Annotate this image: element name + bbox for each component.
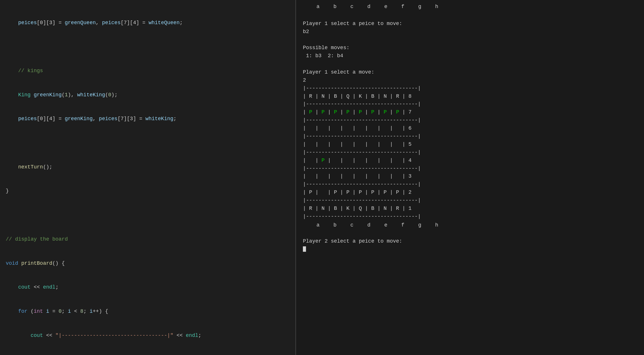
code-line-6 (6, 139, 290, 147)
board-row-5: | | | | | | | | | 5 (303, 141, 637, 149)
code-line-8: } (6, 187, 290, 195)
code-line-5: peices[0][4] = greenKing, peices[7][3] =… (6, 115, 290, 123)
code-line-14: cout << "|------------------------------… (6, 332, 290, 340)
board-sep-4-3: |------------------------------------| (303, 165, 637, 173)
code-line-10: // display the board (6, 235, 290, 243)
player1-prompt: Player 1 select a peice to move: (303, 20, 637, 28)
board-sep-3-2: |------------------------------------| (303, 181, 637, 189)
board-row-6: | | | | | | | | | 6 (303, 124, 637, 133)
board-row-4: | | P | | | | | | | 4 (303, 157, 637, 165)
code-editor: peices[0][3] = greenQueen, peices[7][4] … (0, 0, 295, 355)
board-sep-5-4: |------------------------------------| (303, 149, 637, 157)
player1-input: b2 (303, 28, 637, 36)
possible-moves-values: 1: b3 2: b4 (303, 52, 637, 60)
terminal-panel: a b c d e f g h Player 1 select a peice … (296, 0, 644, 355)
column-header: a b c d e f g h (303, 3, 637, 11)
code-panel: peices[0][3] = greenQueen, peices[7][4] … (0, 0, 296, 355)
code-line-13: for (int i = 0; i < 8; i++) { (6, 308, 290, 316)
code-line-3: // kings (6, 67, 290, 75)
player2-prompt: Player 2 select a peice to move: (303, 237, 637, 245)
board-sep-7-6: |------------------------------------| (303, 116, 637, 124)
board-separator-top: |------------------------------------| (303, 85, 637, 93)
possible-moves-label: Possible moves: (303, 44, 637, 52)
code-line-1: peices[0][3] = greenQueen, peices[7][4] … (6, 19, 290, 27)
code-line-2 (6, 43, 290, 51)
code-line-11: void printBoard() { (6, 260, 290, 268)
player2-cursor-line (303, 245, 637, 254)
blank-line-4 (303, 229, 637, 238)
blank-line-3 (303, 60, 637, 68)
board-row-8: | R | N | B | Q | K | B | N | R | 8 (303, 93, 637, 101)
select-move-label: Player 1 select a move: (303, 68, 637, 76)
blank-line-2 (303, 36, 637, 44)
board-row-7: | P | P | P | P | P | P | P | P | 7 (303, 108, 637, 116)
board-row-3: | | | | | | | | | 3 (303, 172, 637, 181)
move-input: 2 (303, 76, 637, 85)
board-sep-2-1: |------------------------------------| (303, 197, 637, 205)
board-separator-bottom: |------------------------------------| (303, 213, 637, 221)
column-footer: a b c d e f g h (303, 221, 637, 229)
blank-line-1 (303, 11, 637, 20)
board-row-1: | R | N | B | K | Q | B | N | R | 1 (303, 205, 637, 213)
code-line-9 (6, 211, 290, 219)
code-line-7: nextTurn(); (6, 163, 290, 171)
code-line-4: King greenKing(1), whiteKing(0); (6, 91, 290, 99)
board-sep-8-7: |------------------------------------| (303, 100, 637, 108)
board-row-2: | P | | P | P | P | P | P | P | 2 (303, 189, 637, 197)
board-sep-6-5: |------------------------------------| (303, 133, 637, 141)
code-line-12: cout << endl; (6, 283, 290, 291)
